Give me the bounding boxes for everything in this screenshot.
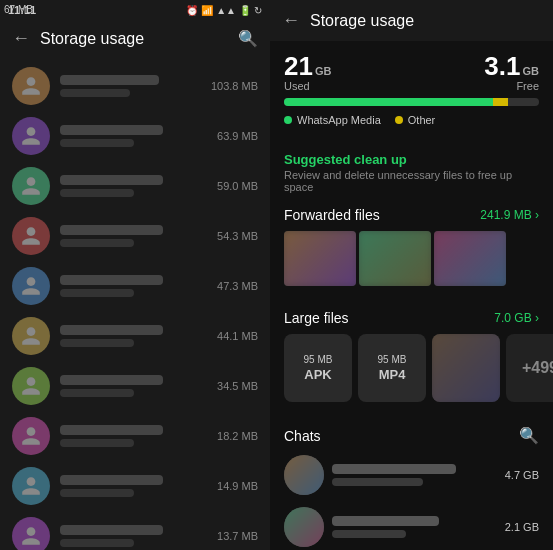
contact-size: 59.0 MB [217,180,258,192]
more-count: +499 [522,359,553,377]
battery-icon: 🔋 [239,5,251,16]
free-value: 3.1 [484,53,520,79]
contact-sub [60,139,134,147]
free-unit: GB [523,65,540,77]
legend-other-dot [395,116,403,124]
free-label: Free [484,80,539,92]
suggested-desc: Review and delete unnecessary files to f… [284,169,539,193]
file-1-type: APK [304,367,331,382]
signal-icon: 📶 [201,5,213,16]
left-header: ← Storage usage 🔍 [0,20,270,57]
chats-title: Chats [284,428,321,444]
contact-size: 103.8 MB [211,80,258,92]
contact-avatar [12,167,50,205]
forwarded-files-header: Forwarded files 241.9 MB › [270,199,553,227]
large-file-2[interactable]: 95 MB MP4 [358,334,426,402]
large-file-3[interactable]: 67 MB [432,334,500,402]
thumb-2[interactable] [359,231,431,286]
free-stat: 3.1 GB Free [484,53,539,92]
contact-info [60,375,207,397]
wifi-icon: ▲▲ [216,5,236,16]
contact-item[interactable]: 44.1 MB [0,311,270,361]
contact-item[interactable]: 54.3 MB [0,211,270,261]
contact-item[interactable]: 34.5 MB [0,361,270,411]
large-file-more[interactable]: +499 [506,334,553,402]
legend-whatsapp: WhatsApp Media [284,114,381,126]
contact-item[interactable]: 13.7 MB [0,511,270,550]
forwarded-chevron: › [535,208,539,222]
storage-stats: 21 GB Used 3.1 GB Free WhatsApp Media [270,41,553,134]
contact-item[interactable]: 63.9 MB [0,111,270,161]
contact-sub [60,239,134,247]
forwarded-thumbnails [270,227,553,294]
contact-info [60,525,207,547]
chat-size-1: 4.7 GB [505,469,539,481]
right-header: ← Storage usage [270,0,553,41]
contact-sub [60,89,130,97]
large-file-1[interactable]: 95 MB APK [284,334,352,402]
suggested-title: Suggested clean up [284,152,539,167]
right-back-button[interactable]: ← [282,10,300,31]
large-files-row: 95 MB APK 95 MB MP4 67 MB +499 [270,330,553,410]
contact-list: 103.8 MB63.9 MB59.0 MB54.3 MB47.3 MB44.1… [0,57,270,550]
large-files-header: Large files 7.0 GB › [270,302,553,330]
contact-name [60,475,163,485]
left-page-title: Storage usage [40,30,228,48]
contact-avatar [12,517,50,550]
large-files-size[interactable]: 7.0 GB › [494,311,539,325]
contact-avatar [12,67,50,105]
contact-name [60,325,163,335]
contact-size: 47.3 MB [217,280,258,292]
contact-avatar [12,417,50,455]
chats-search-button[interactable]: 🔍 [519,426,539,445]
contact-sub [60,389,134,397]
storage-progress-bar [284,98,539,106]
chat-item-1[interactable]: 4.7 GB [270,449,553,501]
contact-item[interactable]: 47.3 MB [0,261,270,311]
right-panel: ← Storage usage 21 GB Used 3.1 GB Free [270,0,553,550]
contact-sub [60,439,134,447]
contact-item[interactable]: 59.0 MB [0,161,270,211]
forwarded-size[interactable]: 241.9 MB › [480,208,539,222]
contact-item[interactable]: 103.8 MB [0,61,270,111]
back-button[interactable]: ← [12,28,30,49]
chat-size-2: 2.1 GB [505,521,539,533]
progress-whatsapp [284,98,493,106]
legend-whatsapp-label: WhatsApp Media [297,114,381,126]
contact-name [60,375,163,385]
chat-sub-2 [332,530,406,538]
chat-sub-1 [332,478,423,486]
contact-size: 54.3 MB [217,230,258,242]
legend-whatsapp-dot [284,116,292,124]
left-panel: 11:11 ⏰ 📶 ▲▲ 🔋 ↻ ← Storage usage 🔍 103.8… [0,0,270,550]
thumb-1[interactable] [284,231,356,286]
used-stat: 21 GB Used [284,53,331,92]
contact-name [60,225,163,235]
progress-other [493,98,508,106]
contact-name [60,525,163,535]
contact-sub [60,539,134,547]
large-files-title: Large files [284,310,349,326]
contact-sub [60,289,134,297]
chat-avatar-2 [284,507,324,547]
search-button[interactable]: 🔍 [238,29,258,48]
contact-info [60,125,207,147]
contact-item[interactable]: 14.9 MB [0,461,270,511]
contact-info [60,425,207,447]
file-2-size: 95 MB [378,354,407,365]
chat-name-2 [332,516,439,526]
contact-size: 18.2 MB [217,430,258,442]
chat-item-2[interactable]: 2.1 GB [270,501,553,550]
chats-header: Chats 🔍 [270,418,553,449]
thumb-3[interactable] [434,231,506,286]
right-page-title: Storage usage [310,12,414,30]
contact-item[interactable]: 18.2 MB [0,411,270,461]
file-2-type: MP4 [379,367,406,382]
used-unit: GB [315,65,332,77]
used-value: 21 [284,53,313,79]
contact-size: 63.9 MB [217,130,258,142]
contact-name [60,175,163,185]
contact-info [60,325,207,347]
legend-other: Other [395,114,436,126]
contact-name [60,75,159,85]
